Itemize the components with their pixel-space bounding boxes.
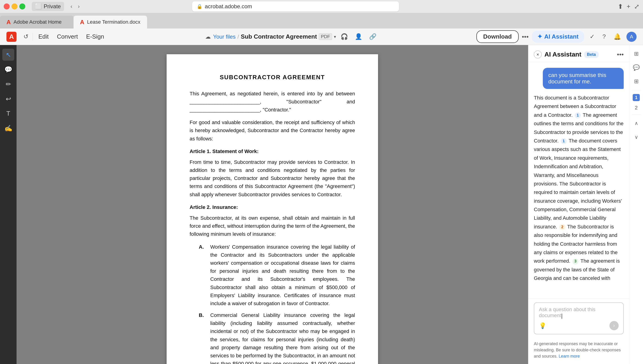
scroll-up-button[interactable]: ∧ — [631, 118, 642, 128]
nav-forward-button[interactable]: › — [76, 2, 82, 10]
learn-more-link[interactable]: Learn more — [559, 354, 580, 358]
new-tab-button[interactable]: + — [627, 3, 630, 10]
close-icon: × — [536, 52, 539, 57]
fullscreen-icon-button[interactable]: ⤢ — [634, 3, 639, 10]
user-message: can you summarise this document for me. — [543, 68, 624, 89]
right-mini-sidebar: ⊞ 💬 ⊞ 1 2 ∧ ∨ — [629, 45, 643, 364]
esign-menu-item[interactable]: E-Sign — [82, 31, 108, 42]
citation-1[interactable]: 1 — [575, 112, 581, 118]
sidebar-divider — [632, 90, 641, 90]
ai-panel-close-button[interactable]: × — [534, 50, 542, 58]
ai-star-icon: ✦ — [537, 33, 542, 40]
breadcrumb-separator: / — [238, 34, 239, 40]
pdf-document-title: SUBCONTRACTOR AGREEMENT — [190, 72, 355, 82]
tab-doc-label: Lease Termination.docx — [87, 19, 140, 25]
toolbar-menu: Edit Convert E-Sign — [35, 31, 108, 42]
share-button[interactable]: ⬆ — [618, 3, 623, 10]
list-text-a: Workers' Compensation insurance covering… — [210, 243, 355, 308]
ai-assistant-button[interactable]: ✦ AI Assistant — [532, 31, 584, 42]
sign-tool-button[interactable]: ✍ — [2, 122, 14, 134]
app-toolbar: A ↺ Edit Convert E-Sign ☁ Your files / S… — [0, 28, 643, 45]
bell-icon[interactable]: 🔔 — [611, 32, 623, 42]
scroll-down-button[interactable]: ∨ — [631, 132, 642, 142]
select-tool-button[interactable]: ↖ — [2, 49, 14, 61]
toolbar-breadcrumb-area: ☁ Your files / Sub Contractor Agreement … — [108, 32, 476, 42]
ai-panel-more-button[interactable]: ••• — [617, 51, 624, 58]
headphones-icon[interactable]: 🎧 — [338, 32, 350, 42]
ai-panel-title: AI Assistant — [544, 51, 582, 58]
edit-tool-button[interactable]: ✏ — [2, 78, 14, 90]
rotate-tool-button[interactable]: ↩ — [2, 93, 14, 105]
refresh-button[interactable]: ↺ — [21, 32, 31, 42]
pdf-article1-text: From time to time, Subcontractor may pro… — [190, 158, 355, 198]
close-button[interactable] — [4, 4, 10, 10]
acrobat-logo: A — [6, 32, 16, 42]
panel-grid-icon[interactable]: ⊞ — [631, 76, 642, 86]
ai-input-placeholder: Ask a question about this document — [539, 306, 596, 318]
titlebar-actions: ⬆ + ⤢ — [618, 3, 639, 10]
ai-chat-area[interactable]: can you summarise this document for me. … — [528, 62, 629, 298]
ai-panel-header: × AI Assistant Beta ••• — [528, 45, 629, 62]
browser-tabs: A Adobe Acrobat Home A Lease Termination… — [0, 13, 643, 28]
download-button[interactable]: Download — [476, 30, 519, 43]
text-tool-button[interactable]: T — [2, 108, 14, 120]
your-files-link[interactable]: Your files — [213, 34, 236, 40]
panel-view-icon[interactable]: ⊞ — [631, 49, 642, 59]
citation-2[interactable]: 2 — [559, 224, 565, 230]
pdf-consideration-paragraph: For good and valuable consideration, the… — [190, 118, 355, 143]
adobe-logo-icon-2: A — [80, 18, 84, 26]
pdf-page: SUBCONTRACTOR AGREEMENT This Agreement, … — [166, 54, 378, 364]
nav-buttons: ‹ › — [69, 2, 82, 10]
minimize-button[interactable] — [12, 4, 18, 10]
send-button[interactable]: › — [610, 321, 619, 330]
more-options-button[interactable]: ••• — [522, 33, 528, 40]
ai-assistant-panel: × AI Assistant Beta ••• can you summaris… — [528, 45, 629, 364]
document-name: Sub Contractor Agreement — [241, 33, 317, 40]
ai-input-box[interactable]: Ask a question about this document 💡 › — [534, 302, 624, 334]
list-text-b: Commercial General Liability insurance c… — [210, 311, 355, 364]
address-bar[interactable]: 🔒 acrobat.adobe.com — [192, 2, 399, 12]
cloud-icon: ☁ — [205, 34, 211, 40]
sidebar-divider-2 — [632, 114, 641, 115]
url-text: acrobat.adobe.com — [205, 3, 252, 10]
panel-comment-icon[interactable]: 💬 — [631, 62, 642, 72]
pdf-badge: PDF — [319, 33, 332, 40]
account-avatar[interactable]: A — [626, 32, 636, 42]
ai-disclaimer: AI-generated responses may be inaccurate… — [528, 338, 629, 364]
breadcrumb: Your files / Sub Contractor Agreement PD… — [213, 33, 336, 40]
comment-tool-button[interactable]: 💬 — [2, 64, 14, 75]
text-cursor — [562, 314, 562, 319]
sidebar-icon: ⬜ — [35, 3, 42, 10]
pdf-intro-paragraph: This Agreement, as negotiated herein, is… — [190, 90, 355, 114]
convert-menu-item[interactable]: Convert — [53, 31, 82, 42]
page-number-2[interactable]: 2 — [635, 105, 638, 111]
list-label-b: B. — [199, 311, 206, 364]
tab-acrobat-home[interactable]: A Adobe Acrobat Home — [0, 16, 74, 28]
fullscreen-button[interactable] — [19, 4, 25, 10]
dropdown-chevron-icon[interactable]: ▾ — [334, 34, 336, 39]
pdf-article1-heading: Article 1. Statement of Work: — [190, 147, 355, 155]
private-mode-indicator: ⬜ Private — [32, 2, 64, 11]
link-icon[interactable]: 🔗 — [367, 32, 379, 42]
verify-icon[interactable]: ✓ — [588, 32, 597, 42]
pdf-article2-intro: The Subcontractor, at its own expense, s… — [190, 214, 355, 238]
pdf-article2-heading: Article 2. Insurance: — [190, 203, 355, 211]
tab-home-label: Adobe Acrobat Home — [14, 19, 62, 25]
list-item: B. Commercial General Liability insuranc… — [199, 311, 355, 364]
traffic-lights — [4, 4, 25, 10]
tab-lease-termination[interactable]: A Lease Termination.docx — [74, 16, 147, 28]
pdf-viewer[interactable]: SUBCONTRACTOR AGREEMENT This Agreement, … — [16, 45, 528, 364]
list-label-a: A. — [199, 243, 206, 308]
left-sidebar: ↖ 💬 ✏ ↩ T ✍ — [0, 45, 16, 364]
edit-menu-item[interactable]: Edit — [35, 31, 52, 42]
toolbar-right: Download ••• ✦ AI Assistant ✓ ? 🔔 A — [476, 30, 636, 43]
citation-3[interactable]: 3 — [572, 258, 578, 264]
help-icon[interactable]: ? — [600, 32, 608, 42]
page-number-badge: 1 — [633, 94, 640, 101]
nav-back-button[interactable]: ‹ — [69, 2, 74, 10]
user-icon[interactable]: 👤 — [352, 32, 364, 42]
ai-input-footer: 💡 › — [539, 321, 619, 330]
citation-1b[interactable]: 1 — [561, 138, 567, 144]
ai-response: This document is a Subcontractor Agreeme… — [534, 94, 624, 283]
lightbulb-icon-button[interactable]: 💡 — [539, 322, 546, 329]
